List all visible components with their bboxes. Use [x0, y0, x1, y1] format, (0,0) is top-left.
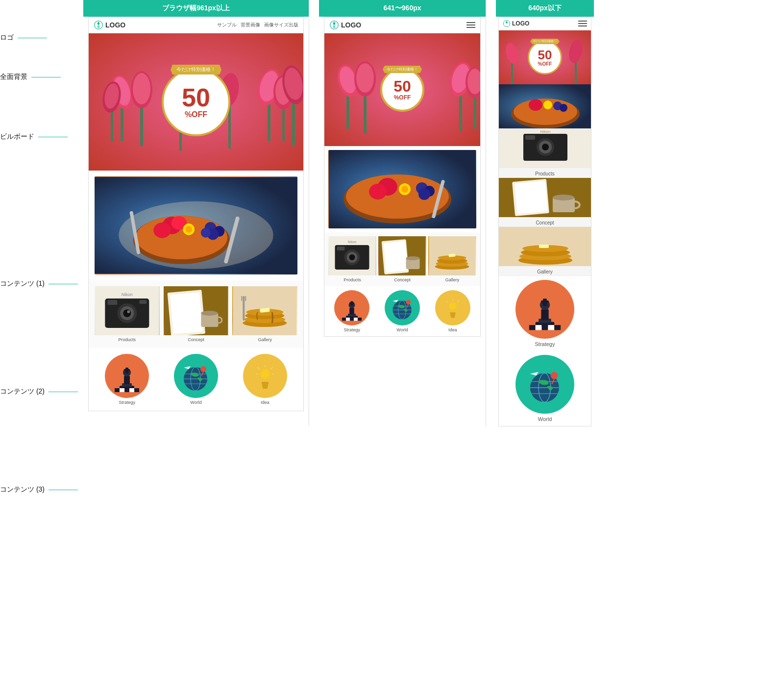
svg-point-114 — [401, 186, 408, 193]
col2-world-item: World — [379, 290, 426, 332]
svg-rect-136 — [350, 308, 355, 315]
label-fullbg: 全面背景 — [0, 73, 61, 81]
column-medium: 641〜960px LOGO — [319, 0, 486, 426]
col2-chess-svg — [340, 294, 364, 322]
svg-rect-71 — [124, 388, 129, 392]
col3-gallery-label: Gallery — [499, 268, 591, 275]
col1-content2: Nikon Products — [89, 280, 303, 348]
col3-hamburger[interactable] — [578, 21, 587, 26]
col2-sale-badge: 今だけ特別価格！ 50 %OFF — [380, 68, 424, 112]
svg-line-86 — [271, 367, 273, 369]
svg-rect-70 — [120, 388, 124, 392]
col3-world-circle — [515, 355, 574, 414]
svg-rect-142 — [350, 318, 354, 321]
svg-rect-125 — [384, 241, 408, 273]
svg-rect-197 — [536, 325, 542, 330]
svg-text:Nikon: Nikon — [540, 129, 550, 134]
col1-idea-circle — [243, 354, 287, 398]
col3-food-svg — [499, 84, 591, 128]
svg-point-52 — [201, 311, 218, 316]
col3-products-label: Products — [499, 170, 591, 177]
col3-concept-label: Concept — [499, 219, 591, 226]
col3-strategy-item: Strategy — [499, 276, 591, 351]
col1-food-image — [95, 176, 297, 274]
col2-gallery-label: Gallery — [445, 277, 460, 282]
svg-rect-65 — [124, 376, 130, 384]
col3-sale-badge: 今だけ特別価格！ 50 %OFF — [528, 40, 562, 75]
divider-2-3 — [486, 0, 486, 426]
svg-point-36 — [185, 226, 192, 233]
col2-idea-item: Idea — [429, 290, 476, 332]
chess-svg — [112, 359, 142, 393]
label-fullbg-text: 全面背景 — [0, 73, 27, 81]
col2-logo-text: LOGO — [341, 21, 361, 29]
col1-logo: LOGO — [94, 20, 125, 30]
svg-point-170 — [560, 104, 567, 112]
label-content1-text: コンテンツ (1) — [0, 279, 45, 288]
col3-notebook-svg — [499, 178, 591, 217]
column-small: 640px以下 LOGO — [496, 0, 594, 426]
col1-content1 — [89, 171, 303, 280]
col2-header: 641〜960px — [319, 0, 486, 17]
world-svg — [180, 360, 212, 392]
col3-camera-item: Nikon Products — [499, 129, 591, 178]
col2-frame: LOGO — [324, 17, 481, 337]
svg-point-168 — [529, 99, 542, 111]
col1-concept-item: Concept — [164, 286, 229, 342]
nav-link-image[interactable]: 画像サイズ出版 — [264, 22, 298, 28]
svg-rect-83 — [262, 384, 268, 387]
col1-nav-links[interactable]: サンプル 背景画像 画像サイズ出版 — [217, 22, 298, 28]
col1-navbar: LOGO サンプル 背景画像 画像サイズ出版 — [89, 17, 303, 33]
nav-link-bg[interactable]: 背景画像 — [241, 22, 260, 28]
svg-rect-143 — [354, 318, 358, 321]
col1-world-label: World — [190, 400, 201, 405]
col2-strategy-circle — [334, 290, 369, 325]
svg-point-127 — [406, 256, 420, 260]
col2-sale-off: %OFF — [394, 94, 411, 101]
svg-rect-72 — [129, 388, 134, 392]
col2-idea-label: Idea — [448, 327, 457, 332]
svg-point-7 — [133, 73, 150, 104]
col2-hamburger[interactable] — [466, 22, 475, 28]
col2-products-thumb: Nikon — [328, 236, 376, 275]
svg-rect-199 — [548, 325, 554, 330]
col2-camera-svg: Nikon — [328, 236, 376, 275]
svg-rect-5 — [140, 102, 143, 146]
svg-rect-139 — [350, 302, 355, 304]
col3-sale-circle: 今だけ特別価格！ 50 %OFF — [528, 40, 562, 75]
col3-chess-svg — [525, 287, 564, 331]
svg-rect-46 — [139, 300, 147, 304]
col3-strategy-circle — [515, 280, 574, 339]
col3-food-thumb — [499, 84, 591, 128]
col3-pancake-thumb: Gallery — [499, 227, 591, 276]
svg-point-120 — [349, 254, 355, 260]
col3-world-label: World — [538, 416, 552, 422]
svg-point-109 — [369, 184, 387, 199]
col3-world-item: World — [499, 351, 591, 426]
col1-frame: LOGO サンプル 背景画像 画像サイズ出版 — [88, 17, 304, 411]
svg-point-150 — [406, 300, 411, 305]
col2-gallery-thumb — [428, 236, 476, 275]
svg-rect-144 — [358, 318, 362, 321]
svg-rect-141 — [346, 318, 350, 321]
svg-point-79 — [200, 366, 206, 372]
svg-point-90 — [260, 369, 270, 379]
svg-point-183 — [553, 195, 574, 200]
svg-line-157 — [446, 300, 448, 302]
col1-world-item: World — [164, 354, 229, 405]
col2-idea-svg — [441, 295, 465, 321]
svg-point-34 — [201, 228, 211, 238]
col2-navbar: LOGO — [324, 17, 480, 33]
col2-world-svg — [390, 295, 415, 321]
col3-logo-text: LOGO — [512, 20, 529, 27]
label-logo-line — [18, 38, 47, 38]
nav-link-sample[interactable]: サンプル — [217, 22, 237, 28]
col3-notebook-thumb: Concept — [499, 178, 591, 227]
label-content2-line — [49, 392, 78, 392]
divider-1-2 — [309, 0, 309, 426]
col3-camera-svg: Nikon — [499, 129, 591, 168]
col3-pancake-item: Gallery — [499, 227, 591, 276]
col2-world-circle — [385, 290, 420, 325]
svg-point-44 — [127, 310, 130, 313]
col2-hero: 今だけ特別価格！ 50 %OFF — [324, 33, 480, 146]
